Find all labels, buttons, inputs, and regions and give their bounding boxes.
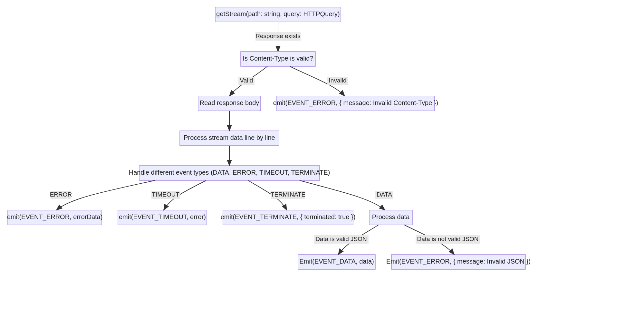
node-handle-events-text: Handle different event types (DATA, ERRO… xyxy=(129,169,330,176)
edge-response-exists: Response exists xyxy=(255,22,301,52)
edge-timeout-label: TIMEOUT xyxy=(152,191,179,198)
node-process-lines-text: Process stream data line by line xyxy=(184,134,275,141)
node-emit-terminate: emit(EVENT_TERMINATE, { terminated: true… xyxy=(221,210,356,225)
node-emit-error: emit(EVENT_ERROR, errorData) xyxy=(7,210,103,225)
edge-data-not-valid-json: Data is not valid JSON xyxy=(404,225,480,255)
edge-data-not-valid-json-label: Data is not valid JSON xyxy=(417,236,478,242)
node-start-text: getStream(path: string, query: HTTPQuery… xyxy=(216,10,340,17)
edge-terminate: TERMINATE xyxy=(248,180,305,210)
node-check-content-type: Is Content-Type is valid? xyxy=(241,52,315,66)
node-emit-data-text: Emit(EVENT_DATA, data) xyxy=(299,258,374,265)
node-read-body: Read response body xyxy=(198,96,261,111)
edge-response-exists-label: Response exists xyxy=(255,33,300,39)
edge-data-valid-json: Data is valid JSON xyxy=(314,225,379,255)
node-handle-events: Handle different event types (DATA, ERRO… xyxy=(129,166,330,180)
edge-data: DATA xyxy=(300,180,393,210)
node-emit-error-text: emit(EVENT_ERROR, errorData) xyxy=(7,213,103,221)
edge-invalid: Invalid xyxy=(290,66,348,96)
node-invalid-content-type-text: emit(EVENT_ERROR, { message: Invalid Con… xyxy=(273,99,438,107)
node-emit-terminate-text: emit(EVENT_TERMINATE, { terminated: true… xyxy=(221,213,356,221)
edge-terminate-label: TERMINATE xyxy=(271,191,305,198)
edge-data-label: DATA xyxy=(377,191,392,198)
node-emit-bad-json: Emit(EVENT_ERROR, { message: Invalid JSO… xyxy=(386,255,531,269)
edge-valid-label: Valid xyxy=(240,77,253,84)
node-check-content-type-text: Is Content-Type is valid? xyxy=(243,55,313,62)
node-process-data: Process data xyxy=(369,210,412,225)
edge-error-label: ERROR xyxy=(50,191,72,198)
node-read-body-text: Read response body xyxy=(200,99,259,106)
node-start: getStream(path: string, query: HTTPQuery… xyxy=(215,7,341,22)
edge-error: ERROR xyxy=(50,180,155,210)
edge-data-valid-json-label: Data is valid JSON xyxy=(315,236,367,242)
node-emit-timeout-text: emit(EVENT_TIMEOUT, error) xyxy=(119,213,206,221)
edge-valid: Valid xyxy=(229,66,267,96)
node-process-lines: Process stream data line by line xyxy=(180,131,279,146)
node-emit-timeout: emit(EVENT_TIMEOUT, error) xyxy=(118,210,207,225)
edge-timeout: TIMEOUT xyxy=(151,180,206,210)
node-process-data-text: Process data xyxy=(372,213,410,220)
edge-invalid-label: Invalid xyxy=(329,77,347,84)
node-invalid-content-type: emit(EVENT_ERROR, { message: Invalid Con… xyxy=(273,96,438,111)
node-emit-bad-json-text: Emit(EVENT_ERROR, { message: Invalid JSO… xyxy=(386,258,531,265)
node-emit-data: Emit(EVENT_DATA, data) xyxy=(298,255,375,269)
